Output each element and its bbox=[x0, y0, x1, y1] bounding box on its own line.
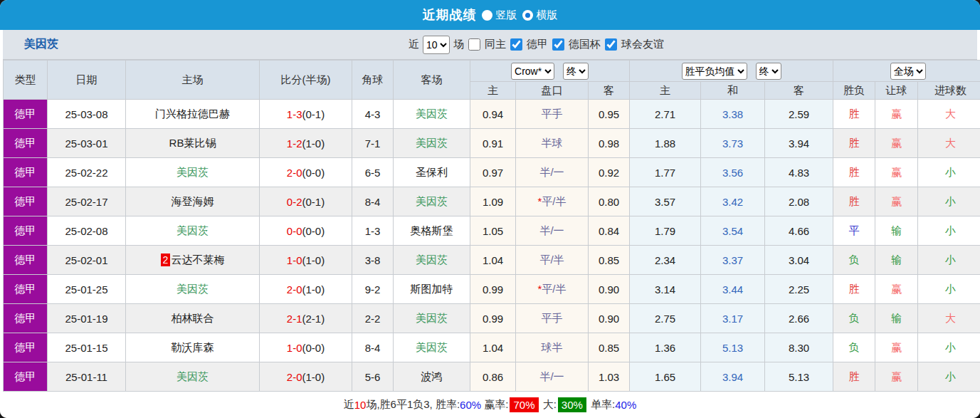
goals-cell: 小 bbox=[918, 246, 980, 275]
euro-home-odds-cell: 1.36 bbox=[630, 333, 701, 362]
home-team-cell: 海登海姆 bbox=[126, 187, 260, 216]
horizontal-radio-label[interactable]: 横版 bbox=[537, 9, 558, 22]
layout-option-horizontal[interactable]: 横版 bbox=[522, 9, 558, 22]
big-rate-value: 30% bbox=[558, 397, 586, 412]
col-header-result: 胜负 bbox=[833, 82, 875, 100]
team-name: 美因茨 bbox=[24, 37, 58, 52]
vertical-radio-icon[interactable] bbox=[482, 10, 492, 21]
handicap-cell: *平/半 bbox=[516, 187, 589, 216]
summary-record: 场,胜6平1负3, 胜率: bbox=[366, 398, 460, 412]
away-team-cell: 斯图加特 bbox=[394, 275, 470, 304]
result-cell: 胜 bbox=[833, 129, 875, 158]
europe-time-select[interactable]: 终 bbox=[756, 63, 781, 80]
summary-prefix: 近 bbox=[344, 398, 354, 412]
half-time-score: (1-0) bbox=[302, 371, 325, 383]
col-header-euro-home: 主 bbox=[630, 82, 701, 100]
same-home-label[interactable]: 同主 bbox=[485, 38, 506, 51]
away-team-name: 美因茨 bbox=[416, 254, 448, 266]
table-row: 德甲 25-01-15 勒沃库森 1-0(0-0) 8-4 美因茨 1.04 球… bbox=[4, 333, 980, 362]
asia-odds-group-header: Crow*终 bbox=[470, 61, 630, 82]
home-team-cell: 柏林联合 bbox=[126, 304, 260, 333]
asia-time-select[interactable]: 终 bbox=[563, 63, 589, 80]
single-rate-label: 单率: bbox=[588, 398, 615, 412]
bookmaker-select[interactable]: Crow* bbox=[511, 63, 554, 80]
table-row: 德甲 25-02-01 2云达不莱梅 1-0(1-0) 3-8 美因茨 1.04… bbox=[4, 246, 980, 275]
col-header-goals: 进球数 bbox=[918, 82, 980, 100]
summary-footer: 近10场,胜6平1负3, 胜率:60% 赢率:70% 大:30% 单率:40% bbox=[0, 392, 980, 418]
col-header-date: 日期 bbox=[48, 61, 126, 100]
date-cell: 25-01-25 bbox=[48, 275, 126, 304]
home-team-name: 海登海姆 bbox=[172, 195, 214, 207]
full-time-score: 2-0 bbox=[287, 283, 302, 296]
scope-select[interactable]: 全场 bbox=[890, 63, 926, 80]
date-cell: 25-01-11 bbox=[48, 362, 126, 392]
results-table: 类型 日期 主场 比分(半场) 角球 客场 Crow*终 胜平负均值终 全场 bbox=[3, 60, 980, 392]
league-cell: 德甲 bbox=[4, 362, 48, 392]
date-cell: 25-02-22 bbox=[48, 158, 126, 187]
home-team-name: 柏林联合 bbox=[172, 312, 214, 324]
handicap-cell: *平/半 bbox=[516, 275, 589, 304]
away-team-name: 奥格斯堡 bbox=[411, 224, 453, 236]
table-row: 德甲 25-02-22 美因茨 2-0(0-0) 6-5 圣保利 0.97 半/… bbox=[4, 158, 980, 187]
away-team-name: 波鸿 bbox=[421, 370, 443, 382]
horizontal-radio-icon[interactable] bbox=[522, 10, 533, 21]
result-cell: 胜 bbox=[833, 362, 875, 392]
home-team-name: 美因茨 bbox=[176, 283, 209, 295]
league-dfb-pokal-checkbox[interactable] bbox=[552, 38, 564, 51]
result-cell: 胜 bbox=[833, 187, 875, 216]
corner-cell: 1-3 bbox=[352, 216, 394, 246]
euro-away-odds-cell: 3.94 bbox=[765, 129, 833, 158]
asia-home-odds-cell: 0.99 bbox=[470, 275, 516, 304]
near-label: 近 bbox=[409, 38, 419, 51]
match-count-select[interactable]: 10 bbox=[423, 36, 450, 54]
title-bar: 近期战绩 竖版 横版 bbox=[0, 0, 980, 30]
asia-away-odds-cell: 0.85 bbox=[589, 333, 630, 362]
score-cell: 2-1(2-1) bbox=[260, 304, 352, 333]
asia-away-odds-cell: 0.84 bbox=[589, 216, 630, 246]
euro-draw-odds-cell: 5.13 bbox=[701, 333, 765, 362]
half-time-score: (1-0) bbox=[302, 283, 325, 296]
home-team-cell: 美因茨 bbox=[126, 275, 260, 304]
half-time-score: (0-0) bbox=[302, 167, 325, 179]
vertical-radio-label[interactable]: 竖版 bbox=[496, 9, 517, 22]
euro-draw-odds-cell: 3.37 bbox=[701, 246, 765, 275]
league-dfb-pokal-label[interactable]: 德国杯 bbox=[569, 38, 601, 51]
same-home-checkbox[interactable] bbox=[468, 38, 480, 51]
league-bundesliga-label[interactable]: 德甲 bbox=[527, 38, 548, 51]
full-time-score: 1-0 bbox=[287, 342, 302, 354]
filter-controls: 近 10 场 同主 德甲 德国杯 球会友谊 bbox=[409, 36, 664, 54]
home-team-name: RB莱比锡 bbox=[169, 137, 216, 149]
away-team-name: 美因茨 bbox=[416, 108, 448, 120]
league-cell: 德甲 bbox=[4, 187, 48, 216]
euro-draw-odds-cell: 3.38 bbox=[701, 100, 765, 129]
layout-option-vertical[interactable]: 竖版 bbox=[482, 9, 517, 22]
league-club-friendly-checkbox[interactable] bbox=[605, 38, 617, 51]
full-time-score: 1-3 bbox=[287, 108, 302, 120]
league-cell: 德甲 bbox=[4, 158, 48, 187]
goals-cell: 小 bbox=[918, 216, 980, 246]
away-team-name: 美因茨 bbox=[416, 137, 448, 149]
date-cell: 25-02-17 bbox=[48, 187, 126, 216]
full-time-score: 2-1 bbox=[287, 313, 302, 325]
goals-cell: 大 bbox=[918, 100, 980, 129]
half-time-score: (0-0) bbox=[302, 342, 325, 354]
league-club-friendly-label[interactable]: 球会友谊 bbox=[621, 38, 664, 51]
euro-home-odds-cell: 2.75 bbox=[630, 304, 701, 333]
euro-draw-odds-cell: 3.56 bbox=[701, 158, 765, 187]
col-header-corner: 角球 bbox=[352, 61, 394, 100]
date-cell: 25-02-08 bbox=[48, 216, 126, 246]
league-bundesliga-checkbox[interactable] bbox=[510, 38, 522, 51]
col-header-handicap: 盘口 bbox=[516, 82, 589, 100]
away-team-name: 圣保利 bbox=[416, 166, 448, 178]
euro-away-odds-cell: 4.83 bbox=[765, 158, 833, 187]
europe-type-select[interactable]: 胜平负均值 bbox=[682, 63, 747, 80]
handicap-cell: 平手 bbox=[516, 100, 589, 129]
result-cell: 胜 bbox=[833, 100, 875, 129]
goals-cell: 小 bbox=[918, 362, 980, 392]
away-team-cell: 美因茨 bbox=[394, 100, 470, 129]
handicap-cell: 半/一 bbox=[516, 158, 589, 187]
result-cell: 负 bbox=[833, 246, 875, 275]
col-header-score: 比分(半场) bbox=[260, 61, 352, 100]
corner-cell: 7-1 bbox=[352, 129, 394, 158]
away-team-cell: 美因茨 bbox=[394, 187, 470, 216]
